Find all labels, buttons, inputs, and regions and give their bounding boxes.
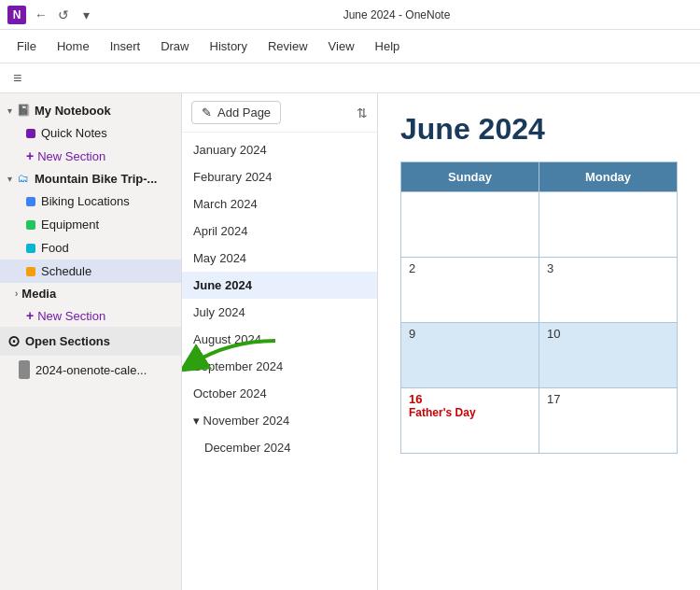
date-2: 2 [409,261,415,275]
sidebar: ▾ 📓 My Notebook Quick Notes + New Sectio… [0,93,182,590]
schedule-label: Schedule [41,264,91,278]
title-bar-controls: ← ↺ ▾ [32,6,95,24]
back-button[interactable]: ← [32,6,50,24]
date-10: 10 [547,327,560,341]
equipment-dot [26,220,35,230]
toolbar-row: ≡ [0,63,700,93]
undo-button[interactable]: ↺ [54,6,73,24]
date-3: 3 [547,261,553,275]
menu-draw[interactable]: Draw [151,35,198,57]
menu-review[interactable]: Review [259,35,317,57]
page-list-header: ✎ Add Page ⇅ [182,93,377,133]
app-logo: N [7,6,26,24]
sidebar-item-quick-notes[interactable]: Quick Notes [0,121,181,145]
table-row: 16 Father's Day 17 [401,388,678,454]
sidebar-item-2024-onenote[interactable]: 2024-onenote-cale... [0,356,181,384]
content-area: June 2024 Sunday Monday 2 3 9 [378,93,700,590]
sidebar-item-food[interactable]: Food [0,236,181,260]
page-item-jun2024[interactable]: June 2024 [182,272,377,299]
fathers-day-label: Father's Day [409,406,531,419]
biking-locations-label: Biking Locations [41,194,130,208]
page-list: January 2024 Feburary 2024 March 2024 Ap… [182,133,377,590]
menu-home[interactable]: Home [48,35,99,57]
sidebar-item-biking-locations[interactable]: Biking Locations [0,190,181,213]
sidebar-group-header[interactable]: ▾ 🗂 Mountain Bike Trip-... [0,167,181,190]
page-item-feb2024[interactable]: Feburary 2024 [182,163,377,190]
add-page-icon: ✎ [202,105,212,119]
page-item-dec2024[interactable]: December 2024 [182,434,377,461]
cell-17: 17 [539,388,678,454]
page-item-jan2024[interactable]: January 2024 [182,136,377,163]
open-sections-label: Open Sections [25,334,110,348]
new-section-label-media: New Section [37,309,105,323]
page-list-panel: ✎ Add Page ⇅ January 2024 Feburary 2024 … [182,93,378,590]
sort-icon[interactable]: ⇅ [357,105,368,120]
schedule-dot [26,267,35,276]
page-item-mar2024[interactable]: March 2024 [182,190,377,218]
plus-icon: + [26,148,34,163]
date-17: 17 [547,392,560,406]
plus-icon-media: + [26,308,34,323]
notebook-chevron-icon: ▾ [7,105,12,116]
page-item-sep2024[interactable]: September 2024 [182,353,377,380]
sidebar-notebook-header[interactable]: ▾ 📓 My Notebook [0,99,181,121]
biking-locations-dot [26,197,35,206]
menu-insert[interactable]: Insert [101,35,150,57]
page-item-oct2024[interactable]: October 2024 [182,380,377,407]
2024-onenote-label: 2024-onenote-cale... [35,363,147,377]
date-16: 16 [409,392,422,406]
cell-empty-mon [539,192,678,258]
quick-notes-dot [26,129,35,138]
page-item-nov2024[interactable]: ▾ November 2024 [182,407,377,434]
table-row: 9 10 [401,323,678,388]
add-page-button[interactable]: ✎ Add Page [191,101,281,124]
media-label: Media [21,287,56,301]
group-icon: 🗂 [16,171,31,186]
menu-history[interactable]: History [201,35,257,57]
hamburger-menu[interactable]: ≡ [7,66,27,91]
menu-bar: File Home Insert Draw History Review Vie… [0,30,700,63]
header-sunday: Sunday [401,162,539,192]
page-item-aug2024[interactable]: August 2024 [182,326,377,353]
food-dot [26,244,35,253]
sidebar-item-equipment[interactable]: Equipment [0,213,181,236]
title-bar: N ← ↺ ▾ June 2024 - OneNote [0,0,700,30]
cell-3: 3 [539,258,678,323]
notebook-icon: 📓 [16,103,31,118]
page-item-apr2024[interactable]: April 2024 [182,218,377,245]
window-title: June 2024 - OneNote [101,8,693,21]
cell-16: 16 Father's Day [401,388,539,454]
sidebar-new-section-media[interactable]: + New Section [0,304,181,327]
table-row: 2 3 [401,258,678,323]
calendar-grid: Sunday Monday 2 3 9 10 [400,162,678,454]
new-section-label-1: New Section [37,149,105,163]
sidebar-new-section-1[interactable]: + New Section [0,145,181,167]
open-sections-icon: ⊙ [7,332,20,350]
page-item-jul2024[interactable]: July 2024 [182,299,377,326]
menu-file[interactable]: File [7,35,46,57]
header-monday: Monday [539,162,678,192]
cell-empty-sun [401,192,539,258]
menu-help[interactable]: Help [366,35,410,57]
page-item-may2024[interactable]: May 2024 [182,245,377,272]
group-chevron-icon: ▾ [7,174,12,184]
table-row [401,192,678,258]
food-label: Food [41,241,69,255]
notebook-label: My Notebook [35,104,111,118]
date-9: 9 [409,327,415,341]
media-chevron-icon: › [15,288,18,299]
calendar-title: June 2024 [400,112,678,147]
pin-button[interactable]: ▾ [77,6,95,24]
menu-view[interactable]: View [319,35,364,57]
main-container: ▾ 📓 My Notebook Quick Notes + New Sectio… [0,93,700,590]
sidebar-media-header[interactable]: › Media [0,283,181,304]
cell-9: 9 [401,323,539,388]
cell-10: 10 [539,323,678,388]
equipment-label: Equipment [41,218,99,232]
gray-section-icon [19,360,30,379]
cell-2: 2 [401,258,539,323]
group-label: Mountain Bike Trip-... [35,172,157,186]
sidebar-item-schedule[interactable]: Schedule [0,260,181,283]
open-sections-header[interactable]: ⊙ Open Sections [0,327,181,356]
quick-notes-label: Quick Notes [41,126,107,140]
